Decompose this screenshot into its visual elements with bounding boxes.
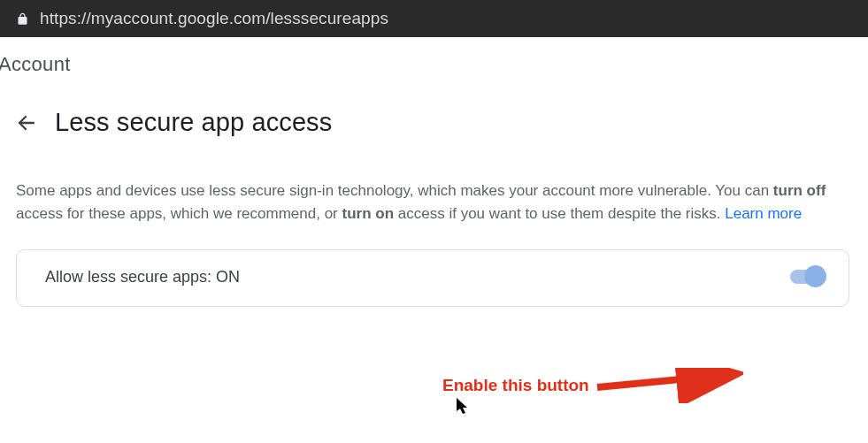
setting-label-prefix: Allow less secure apps:: [45, 268, 216, 286]
toggle-knob: [804, 265, 826, 287]
annotation-text: Enable this button: [442, 376, 589, 395]
annotation-overlay: Enable this button: [442, 368, 743, 403]
desc-bold2: turn on: [342, 205, 395, 222]
breadcrumb: Account: [0, 37, 868, 76]
less-secure-apps-toggle[interactable]: [790, 270, 822, 284]
desc-bold1: turn off: [773, 182, 826, 199]
description-text: Some apps and devices use less secure si…: [16, 179, 848, 226]
setting-state: ON: [216, 268, 240, 286]
desc-part3: access if you want to use them despite t…: [394, 205, 725, 222]
back-arrow-icon[interactable]: [16, 112, 37, 134]
url-text[interactable]: https://myaccount.google.com/lesssecurea…: [40, 9, 388, 28]
learn-more-link[interactable]: Learn more: [725, 205, 802, 222]
desc-part2: access for these apps, which we recommen…: [16, 205, 342, 222]
annotation-arrow-icon: [593, 368, 743, 403]
page-title: Less secure app access: [55, 108, 332, 137]
lock-icon: [16, 12, 29, 26]
desc-part1: Some apps and devices use less secure si…: [16, 182, 773, 199]
cursor-icon: [457, 398, 471, 419]
title-row: Less secure app access: [16, 108, 852, 137]
svg-line-1: [597, 375, 726, 387]
setting-card: Allow less secure apps: ON: [16, 249, 849, 307]
address-bar[interactable]: https://myaccount.google.com/lesssecurea…: [0, 0, 868, 37]
setting-label: Allow less secure apps: ON: [45, 268, 240, 286]
